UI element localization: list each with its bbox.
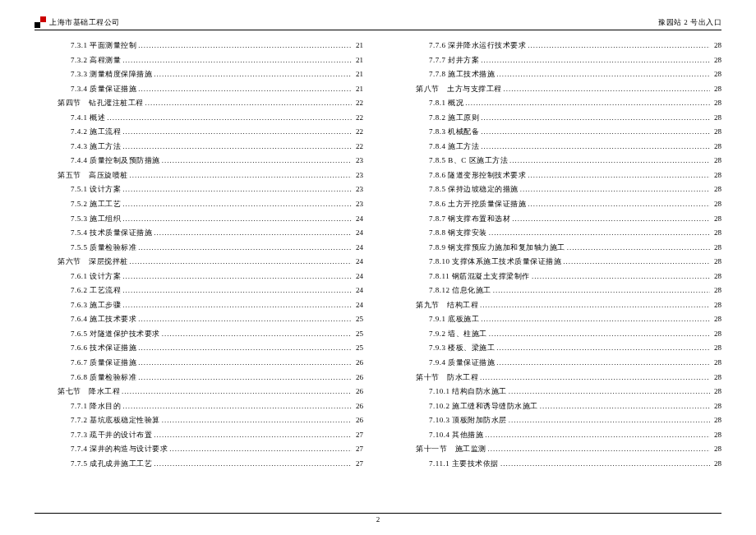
toc-entry-page: 28 [710, 53, 721, 68]
toc-leader-dots [122, 53, 352, 68]
toc-entry: 7.8.1 概况28 [393, 96, 721, 111]
toc-entry-label: 7.6.7 质量保证措施 [35, 356, 138, 371]
toc-leader-dots [162, 154, 352, 168]
toc-entry: 7.6.6 技术保证措施25 [35, 341, 363, 356]
toc-entry-label: 第七节 降水工程 [35, 385, 122, 399]
toc-leader-dots [107, 111, 352, 126]
toc-leader-dots [138, 312, 352, 327]
toc-entry: 7.6.1 设计方案24 [35, 270, 363, 284]
toc-leader-dots [122, 197, 352, 212]
toc-entry-page: 24 [352, 270, 363, 284]
svg-rect-0 [35, 22, 40, 28]
toc-leader-dots [154, 67, 352, 82]
toc-entry-page: 28 [710, 140, 721, 155]
toc-entry-label: 7.7.8 施工技术措施 [393, 67, 496, 82]
toc-entry-page: 28 [710, 111, 721, 126]
toc-entry-label: 7.3.2 高程测量 [35, 53, 122, 68]
toc-entry: 7.7.6 深井降水运行技术要求28 [393, 39, 721, 53]
toc-entry: 7.4.4 质量控制及预防措施23 [35, 154, 363, 168]
toc-leader-dots [122, 284, 352, 298]
toc-entry: 第六节 深层搅拌桩24 [35, 255, 363, 270]
toc-entry-page: 28 [710, 96, 721, 111]
toc-entry-label: 7.8.4 施工方法 [393, 140, 481, 155]
company-logo-icon [35, 16, 46, 28]
toc-leader-dots [493, 284, 710, 298]
toc-leader-dots [122, 182, 352, 197]
toc-entry-label: 7.7.5 成孔成井施工工艺 [35, 457, 154, 472]
toc-entry-page: 28 [710, 241, 721, 256]
toc-leader-dots [509, 413, 710, 428]
toc-entry-label: 7.6.4 施工技术要求 [35, 312, 138, 327]
toc-entry: 7.7.5 成孔成井施工工艺27 [35, 457, 363, 472]
toc-leader-dots [138, 341, 352, 356]
toc-entry-label: 7.8.1 概况 [393, 96, 465, 111]
toc-entry: 7.6.7 质量保证措施26 [35, 356, 363, 371]
toc-entry: 7.8.5 B、C 区施工方法28 [393, 154, 721, 168]
toc-entry-page: 28 [710, 413, 721, 428]
toc-leader-dots [480, 371, 710, 385]
toc-entry-label: 7.11.1 主要技术依据 [393, 457, 500, 472]
toc-entry-label: 7.8.10 支撑体系施工技术质量保证措施 [393, 255, 563, 270]
toc-entry-label: 7.7.7 封井方案 [393, 53, 481, 68]
toc-entry-page: 26 [352, 371, 363, 385]
toc-leader-dots [154, 226, 352, 241]
toc-entry: 7.9.2 墙、柱施工28 [393, 327, 721, 342]
toc-leader-dots [500, 457, 710, 472]
toc-entry: 7.5.3 施工组织24 [35, 212, 363, 227]
toc-leader-dots [512, 212, 710, 227]
toc-entry-page: 23 [352, 154, 363, 168]
toc-entry-page: 21 [352, 53, 363, 68]
toc-leader-dots [138, 241, 352, 256]
toc-entry-page: 24 [352, 212, 363, 227]
toc-leader-dots [145, 96, 353, 111]
toc-entry: 7.11.1 主要技术依据28 [393, 457, 721, 472]
toc-entry-label: 7.4.3 施工方法 [35, 140, 122, 155]
document-page: 上海市基础工程公司 豫园站 2 号出入口 7.3.1 平面测量控制217.3.2… [0, 0, 756, 487]
toc-entry: 第八节 土方与支撑工程28 [393, 82, 721, 97]
toc-leader-dots [509, 154, 710, 168]
toc-entry-label: 7.6.2 工艺流程 [35, 284, 122, 298]
toc-leader-dots [528, 168, 710, 183]
toc-entry-page: 27 [352, 442, 363, 457]
toc-entry: 第七节 降水工程26 [35, 385, 363, 399]
toc-entry-label: 7.8.7 钢支撑布置和选材 [393, 212, 512, 227]
toc-entry-page: 21 [352, 67, 363, 82]
toc-entry-page: 21 [352, 82, 363, 97]
toc-entry: 7.8.9 钢支撑预应力施加和复加轴力施工28 [393, 241, 721, 256]
toc-entry-label: 7.9.3 楼板、梁施工 [393, 341, 496, 356]
toc-entry-page: 28 [710, 298, 721, 313]
toc-entry: 7.8.12 信息化施工28 [393, 284, 721, 298]
toc-leader-dots [138, 356, 352, 371]
toc-entry-label: 7.6.8 质量检验标准 [35, 371, 138, 385]
toc-entry: 7.8.2 施工原则28 [393, 111, 721, 126]
company-name: 上海市基础工程公司 [49, 17, 120, 28]
toc-leader-dots [122, 385, 352, 399]
toc-entry-page: 25 [352, 312, 363, 327]
toc-leader-dots [489, 226, 710, 241]
toc-entry-label: 7.4.1 概述 [35, 111, 107, 126]
toc-entry-page: 27 [352, 457, 363, 472]
toc-entry-page: 23 [352, 168, 363, 183]
toc-entry-page: 24 [352, 255, 363, 270]
toc-leader-dots [488, 442, 711, 457]
toc-entry: 7.6.2 工艺流程24 [35, 284, 363, 298]
toc-entry-label: 7.10.4 其他措施 [393, 428, 485, 443]
toc-entry-page: 28 [710, 154, 721, 168]
toc-entry-label: 7.6.6 技术保证措施 [35, 341, 138, 356]
toc-entry: 7.7.4 深井的构造与设计要求27 [35, 442, 363, 457]
toc-entry: 7.3.1 平面测量控制21 [35, 39, 363, 53]
toc-leader-dots [481, 140, 710, 155]
toc-entry: 7.3.4 质量保证措施21 [35, 82, 363, 97]
toc-entry-label: 7.9.4 质量保证措施 [393, 356, 496, 371]
toc-entry-label: 第六节 深层搅拌桩 [35, 255, 130, 270]
toc-entry: 7.8.3 机械配备28 [393, 125, 721, 140]
toc-entry: 7.8.5 保持边坡稳定的措施28 [393, 182, 721, 197]
toc-entry-page: 21 [352, 39, 363, 53]
toc-entry-label: 7.7.2 基坑底板稳定性验算 [35, 413, 162, 428]
toc-entry-label: 第五节 高压旋喷桩 [35, 168, 130, 183]
toc-leader-dots [122, 212, 352, 227]
toc-leader-dots [138, 82, 352, 97]
toc-entry: 7.5.4 技术质量保证措施24 [35, 226, 363, 241]
toc-entry-label: 7.8.6 土方开挖质量保证措施 [393, 197, 528, 212]
toc-entry-label: 7.10.3 顶板附加防水层 [393, 413, 509, 428]
